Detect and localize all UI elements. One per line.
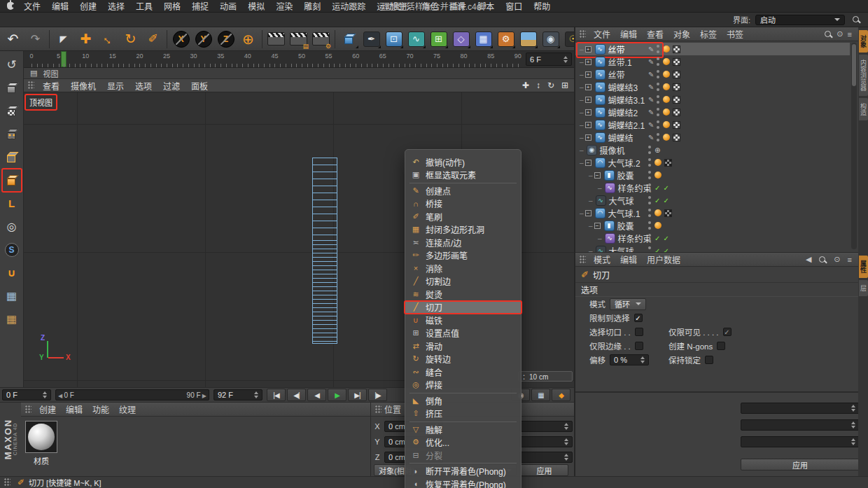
object-row-蝴蝶结3.1[interactable]: –+∿蝴蝶结3.1✎: [575, 93, 850, 106]
object-row-蝴蝶结[interactable]: –+∿蝴蝶结✎: [575, 131, 850, 144]
stepper[interactable]: [848, 438, 855, 445]
context-item-connect-points-edges-item[interactable]: ≍连接点/边: [405, 236, 521, 249]
phong-tag-icon[interactable]: [663, 83, 670, 90]
workplane-icon[interactable]: ▦: [2, 286, 22, 306]
end-frame-stepper[interactable]: [251, 391, 258, 398]
menubar-item-3[interactable]: 创建: [74, 0, 102, 12]
expander-icon[interactable]: +: [585, 97, 592, 103]
edges-only-checkbox[interactable]: [635, 342, 643, 350]
panel-menu-icon[interactable]: ≡: [846, 256, 854, 264]
frame-stepper[interactable]: [561, 56, 568, 63]
select-cuts-checkbox[interactable]: [635, 328, 643, 336]
apply-button[interactable]: 应用: [741, 459, 860, 470]
rotate-view-icon[interactable]: ↻: [547, 81, 554, 90]
play-button[interactable]: ▶: [328, 389, 346, 401]
goto-start-button[interactable]: |◀: [267, 389, 286, 401]
visible-only-checkbox[interactable]: [723, 328, 732, 336]
prev-key-button[interactable]: ◀|: [287, 389, 306, 401]
visibility-dots-icon[interactable]: [648, 146, 652, 154]
lock-icon[interactable]: ⊙: [832, 255, 842, 264]
material-manager-menu-4[interactable]: 纹理: [114, 403, 141, 415]
menubar-item-8[interactable]: 动画: [214, 0, 242, 12]
phong-tag-icon[interactable]: [663, 71, 670, 78]
transform-field-2[interactable]: [741, 419, 860, 431]
viewport-menu-6[interactable]: 面板: [186, 80, 214, 92]
context-item-create-point-item[interactable]: ✎创建点: [405, 184, 521, 197]
preview-range-slider[interactable]: ◀ 0 F 90 F ▶: [55, 389, 209, 400]
keyframe-selection-button[interactable]: ▦: [531, 389, 550, 401]
attribute-manager-menu-3[interactable]: 用户数据: [642, 253, 685, 265]
interface-select[interactable]: 启动: [755, 15, 845, 25]
visibility-dots-icon[interactable]: [657, 108, 660, 116]
context-item-cut-edge-item[interactable]: ╱切割边: [405, 275, 521, 288]
prev-frame-button[interactable]: ◀: [307, 389, 326, 401]
expander-icon[interactable]: −: [585, 210, 592, 216]
scrollbar-thumb[interactable]: [852, 44, 856, 86]
workplane-lock-icon[interactable]: ▦: [2, 309, 22, 329]
menubar-item-9[interactable]: 模拟: [242, 0, 270, 12]
apple-menu-icon[interactable]: [7, 2, 14, 10]
phong-tag-icon[interactable]: [663, 96, 670, 103]
search-icon[interactable]: [818, 256, 827, 264]
enabled-check-icon[interactable]: ✓: [663, 197, 668, 204]
panel-grip-icon[interactable]: [375, 405, 382, 414]
phong-tag-icon[interactable]: [654, 172, 662, 179]
rotation-field-3[interactable]: [519, 452, 573, 463]
material-manager-menu-2[interactable]: 编辑: [61, 403, 88, 415]
visibility-dots-icon[interactable]: [657, 70, 660, 78]
search-icon[interactable]: [824, 30, 832, 39]
rotation-field-1[interactable]: [519, 421, 573, 432]
dynamics-icon[interactable]: ⚙: [495, 29, 517, 50]
ribbon-wireframe-object[interactable]: [312, 158, 337, 344]
context-item-stitch-item[interactable]: ∾缝合: [405, 365, 521, 379]
timeline-end-field[interactable]: 92 F: [214, 389, 262, 400]
menubar-item-6[interactable]: 网格: [158, 0, 186, 12]
attribute-manager-menu-2[interactable]: 编辑: [615, 253, 642, 265]
material-manager-menu-3[interactable]: 功能: [88, 403, 114, 415]
next-key-button[interactable]: |▶: [368, 389, 387, 401]
object-manager-menu-4[interactable]: 对象: [668, 28, 695, 40]
point-mode-icon[interactable]: [2, 124, 22, 144]
create-ngons-checkbox[interactable]: [717, 342, 725, 350]
search-icon[interactable]: [852, 15, 860, 24]
filter-icon[interactable]: ⊙: [834, 29, 845, 39]
object-row-丝带.1[interactable]: –+∿丝带.1✎: [575, 55, 850, 68]
viewport-menu-1[interactable]: 查看: [37, 80, 65, 92]
expander-icon[interactable]: +: [585, 71, 592, 78]
visibility-dots-icon[interactable]: [648, 221, 652, 230]
panel-menu-icon[interactable]: ≡: [846, 30, 854, 39]
menubar-item-18[interactable]: 帮助: [528, 0, 556, 12]
context-item-close-polygon-hole-item[interactable]: ▦封闭多边形孔洞: [405, 223, 521, 237]
visibility-dots-icon[interactable]: [657, 120, 660, 129]
context-item-rotate-edge-item[interactable]: ↻旋转边: [405, 353, 521, 366]
magnet-snap-icon[interactable]: ∪: [2, 263, 22, 283]
context-item-bevel-item[interactable]: ◣倒角: [405, 394, 521, 407]
texture-mode-icon[interactable]: [2, 101, 22, 121]
stepper[interactable]: [561, 423, 568, 430]
start-frame-stepper[interactable]: [40, 391, 47, 398]
menubar-item-5[interactable]: 工具: [130, 0, 158, 12]
panel-grip-icon[interactable]: [28, 81, 34, 90]
visibility-dots-icon[interactable]: [657, 57, 660, 66]
model-mode-icon[interactable]: [2, 78, 22, 98]
stepper[interactable]: [561, 454, 568, 461]
mode-select[interactable]: 循环: [610, 298, 646, 310]
dock-tab-构造[interactable]: 构造: [859, 98, 868, 120]
texture-tag-icon[interactable]: [673, 58, 680, 66]
object-row-丝带[interactable]: –+∿丝带✎: [575, 43, 850, 55]
visibility-dots-icon[interactable]: [648, 209, 652, 217]
menubar-item-17[interactable]: 窗口: [500, 0, 528, 12]
field-icon[interactable]: ◇: [450, 29, 472, 50]
snap-toggle-icon[interactable]: S: [2, 239, 22, 260]
phong-tag-icon[interactable]: [663, 46, 670, 53]
texture-tag-icon[interactable]: [673, 134, 680, 141]
enabled-check-icon[interactable]: ✓: [654, 184, 660, 192]
y-axis-lock-button[interactable]: Y: [192, 29, 214, 50]
material-manager-menu-1[interactable]: 创建: [34, 403, 61, 415]
visibility-dots-icon[interactable]: [648, 234, 652, 242]
visibility-dots-icon[interactable]: [648, 171, 652, 179]
phong-tag-icon[interactable]: [663, 109, 670, 116]
expander-icon[interactable]: −: [585, 160, 592, 166]
phong-tag-icon[interactable]: [654, 159, 662, 166]
view-label[interactable]: 顶视图: [29, 97, 52, 108]
